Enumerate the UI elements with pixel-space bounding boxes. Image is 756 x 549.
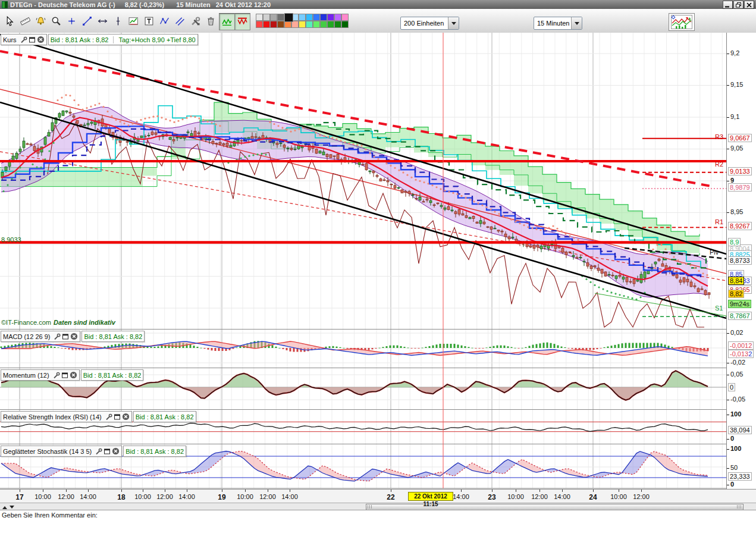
timeframe-dropdown-button[interactable]: [571, 17, 582, 29]
price-value-label: 23,333: [728, 472, 752, 481]
time-axis: 1710:0012:0014:001810:0012:0014:001910:0…: [0, 489, 756, 503]
tool-pattern-bullish[interactable]: [219, 13, 235, 30]
scroll-grip-icon: [368, 505, 372, 509]
timeframe-dropdown[interactable]: 15 Minuten: [534, 17, 582, 30]
palette-color[interactable]: [256, 21, 263, 28]
time-tick: [165, 490, 165, 492]
price-axis: 9,29,159,19,0598,950,02-0,020,05-0,05100…: [726, 33, 756, 489]
palette-color[interactable]: [327, 21, 334, 28]
tool-zoom[interactable]: [49, 13, 64, 29]
palette-color[interactable]: [263, 14, 270, 21]
time-tick: [88, 490, 89, 492]
tool-draw-text[interactable]: [142, 13, 156, 29]
price-value-label: 0: [728, 383, 735, 391]
time-tick: [187, 490, 187, 492]
day-range: Tag:+Hoch 8,90 +Tief 8,80: [113, 36, 195, 43]
window-price: 8,82 (-0,23%): [125, 1, 165, 8]
chart-type-button[interactable]: [669, 13, 695, 31]
palette-color[interactable]: [341, 21, 349, 28]
tool-alarm[interactable]: [33, 13, 48, 29]
palette-color[interactable]: [299, 21, 306, 28]
stoch-panel-title: Geglätteter Stochastik (14 3 5): [3, 448, 92, 455]
palette-color[interactable]: [334, 21, 341, 28]
time-label: 12:00: [58, 493, 74, 500]
window-datetime: 24 Okt 2012 12:20: [216, 1, 271, 8]
bid-ask: Bid : 8,81 Ask : 8,82: [83, 372, 142, 379]
price-value-label: 9,0667: [728, 134, 752, 142]
tool-draw-trendline[interactable]: [80, 13, 95, 29]
comment-prompt: Geben Sie Ihren Kommentar ein:: [2, 512, 98, 519]
panel-up-icon[interactable]: [2, 504, 7, 509]
time-tick: [222, 490, 222, 492]
restore-button[interactable]: [733, 1, 744, 9]
palette-color[interactable]: [277, 21, 284, 28]
window-icon[interactable]: [29, 36, 36, 43]
palette-color[interactable]: [327, 14, 334, 21]
tool-draw-point[interactable]: [64, 13, 79, 29]
time-label: 10:00: [507, 493, 524, 500]
palette-color[interactable]: [341, 14, 349, 21]
palette-color[interactable]: [334, 14, 341, 21]
time-tick: [143, 490, 143, 492]
tool-ruler[interactable]: [18, 13, 33, 29]
axis-tick-label: 0,05: [730, 371, 743, 378]
palette-color[interactable]: [306, 14, 313, 21]
tool-draw-parallel-lines[interactable]: [172, 13, 187, 29]
palette-color[interactable]: [306, 21, 313, 28]
bid-ask: Bid : 8,81 Ask : 8,82: [126, 448, 184, 455]
window-icon[interactable]: [62, 333, 69, 340]
minimize-button[interactable]: [723, 1, 733, 9]
axis-tick: [727, 363, 729, 363]
close-icon[interactable]: [70, 371, 77, 379]
close-icon[interactable]: [112, 447, 120, 455]
palette-color[interactable]: [270, 14, 277, 21]
palette-color[interactable]: [256, 14, 263, 21]
palette-color[interactable]: [320, 21, 327, 28]
units-dropdown[interactable]: 200 Einheiten: [400, 17, 459, 30]
window-icon[interactable]: [103, 448, 111, 455]
window-icon[interactable]: [61, 372, 68, 379]
tool-indicator-window[interactable]: [126, 13, 141, 29]
time-tick: [268, 490, 268, 492]
tool-chart-settings[interactable]: [188, 13, 203, 29]
palette-color[interactable]: [263, 21, 270, 28]
tool-delete-drawings[interactable]: [203, 13, 218, 29]
close-icon[interactable]: [70, 332, 78, 340]
tool-draw-vertical-line[interactable]: [111, 13, 126, 29]
palette-color[interactable]: [313, 14, 320, 21]
time-tick: [619, 490, 619, 492]
close-button[interactable]: [744, 1, 754, 9]
palette-color[interactable]: [277, 14, 284, 21]
comment-input[interactable]: Geben Sie Ihren Kommentar ein:: [0, 510, 756, 549]
tool-pattern-bearish[interactable]: [234, 13, 250, 30]
palette-color[interactable]: [320, 14, 327, 21]
close-icon[interactable]: [37, 36, 45, 43]
close-icon[interactable]: [122, 413, 130, 421]
wrench-icon[interactable]: [53, 372, 60, 379]
time-label: 14:00: [178, 493, 195, 500]
chart-label: Daten sind indikativ: [54, 319, 115, 326]
tool-draw-segments[interactable]: [157, 13, 172, 29]
time-label: 18: [117, 493, 125, 501]
time-label: 10:00: [34, 493, 51, 500]
axis-tick: [727, 181, 729, 181]
window-icon[interactable]: [114, 413, 121, 421]
wrench-icon[interactable]: [95, 448, 102, 455]
palette-color[interactable]: [313, 21, 320, 28]
tool-pointer[interactable]: [2, 13, 17, 29]
wrench-icon[interactable]: [105, 413, 112, 421]
palette-color[interactable]: [270, 21, 277, 28]
palette-color[interactable]: [299, 14, 306, 21]
units-dropdown-button[interactable]: [448, 17, 459, 29]
rsi-panel-header: Relative Strength Index (RSI) (14) Bid :…: [1, 411, 197, 422]
axis-tick: [727, 415, 729, 415]
price-value-label: 8,9267: [728, 222, 752, 230]
scroll-grip-icon: [737, 505, 742, 509]
tool-draw-horizontal-segment[interactable]: [95, 13, 110, 29]
price-value-label: 8,82: [728, 290, 744, 298]
wrench-icon[interactable]: [54, 333, 61, 340]
palette-color[interactable]: [284, 13, 293, 22]
stoch-panel-header: Geglätteter Stochastik (14 3 5) Bid : 8,…: [1, 446, 187, 457]
chart-label: ©IT-Finance.com: [1, 319, 51, 326]
wrench-icon[interactable]: [20, 36, 27, 43]
